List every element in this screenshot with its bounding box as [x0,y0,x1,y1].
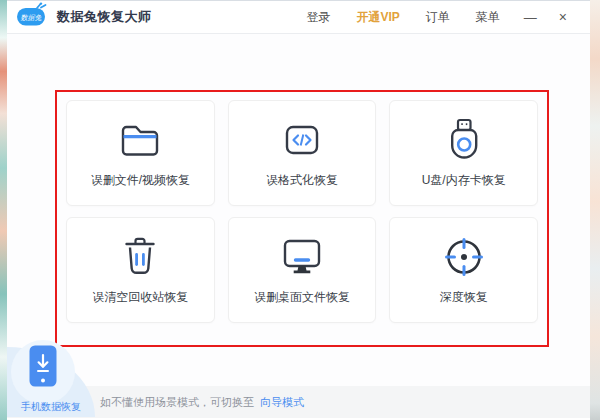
card-label: U盘/内存卡恢复 [422,172,506,189]
title-bar: 数据兔 数据兔恢复大师 登录 开通VIP 订单 菜单 — × [7,1,590,34]
close-button[interactable]: × [548,9,578,25]
phone-module-label: 手机数据恢复 [7,400,95,414]
desktop-background-right [590,0,600,420]
card-label: 误删文件/视频恢复 [91,172,190,189]
code-format-icon [280,117,324,163]
card-recycle-bin-recovery[interactable]: 误清空回收站恢复 [66,217,215,323]
card-deep-recovery[interactable]: 深度恢复 [389,217,538,323]
desktop-monitor-icon [279,234,325,280]
card-label: 误删桌面文件恢复 [254,289,350,306]
recycle-bin-icon [120,234,160,280]
minimize-button[interactable]: — [513,10,548,25]
nav-orders[interactable]: 订单 [413,9,463,26]
wizard-mode-link[interactable]: 向导模式 [260,395,304,410]
mode-hint-text: 如不懂使用场景模式，可切换至 [100,395,254,410]
deep-scan-icon [442,234,486,280]
nav-open-vip[interactable]: 开通VIP [343,9,412,26]
nav-login[interactable]: 登录 [293,9,343,26]
card-formatted-recovery[interactable]: 误格式化恢复 [228,100,377,206]
card-label: 误格式化恢复 [266,172,338,189]
card-usb-memorycard-recovery[interactable]: U盘/内存卡恢复 [389,100,538,206]
svg-text:数据兔: 数据兔 [21,13,42,20]
nav-menu[interactable]: 菜单 [463,9,513,26]
app-title: 数据兔恢复大师 [57,8,152,26]
desktop-background-left [0,0,7,420]
card-desktop-file-recovery[interactable]: 误删桌面文件恢复 [228,217,377,323]
screen: 数据兔 数据兔恢复大师 登录 开通VIP 订单 菜单 — × [0,0,600,420]
usb-drive-icon [444,117,484,163]
folder-icon [117,117,163,163]
recovery-mode-grid: 误删文件/视频恢复 误格式化恢复 [57,92,547,345]
card-label: 误清空回收站恢复 [92,289,188,306]
card-label: 深度恢复 [440,289,488,306]
phone-download-icon [28,344,58,388]
highlight-red-rectangle: 误删文件/视频恢复 误格式化恢复 [55,90,549,347]
card-deleted-file-video-recovery[interactable]: 误删文件/视频恢复 [66,100,215,206]
app-logo-icon: 数据兔 [15,2,49,33]
phone-data-recovery-button[interactable]: 手机数据恢复 [7,341,95,417]
app-window: 数据兔 数据兔恢复大师 登录 开通VIP 订单 菜单 — × [7,0,590,418]
